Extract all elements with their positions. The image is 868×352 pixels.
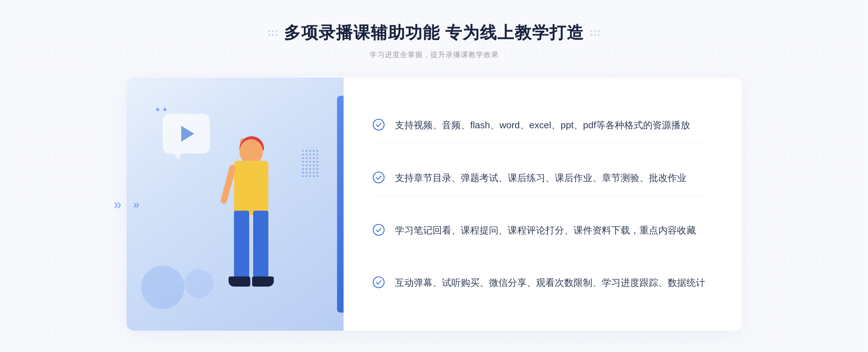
feature-text-2: 支持章节目录、弹题考试、课后练习、课后作业、章节测验、批改作业 (395, 171, 686, 186)
torso (234, 161, 268, 215)
feature-text-1: 支持视频、音频、flash、word、excel、ppt、pdf等各种格式的资源… (395, 118, 690, 133)
svg-point-2 (373, 224, 384, 235)
sparkle-decoration: ✦ ✦ (155, 106, 167, 114)
hatch-decoration (302, 150, 322, 183)
feature-item-2: 支持章节目录、弹题考试、课后练习、课后作业、章节测验、批改作业 (373, 160, 705, 196)
svg-point-1 (373, 172, 384, 183)
person-illustration (189, 121, 305, 331)
main-content-card: ✦ ✦ (127, 78, 741, 331)
check-icon-4 (373, 276, 385, 288)
feature-text-3: 学习笔记回看、课程提问、课程评论打分、课件资料下载，重点内容收藏 (395, 223, 696, 238)
blue-sidebar-accent (337, 96, 344, 313)
feature-item-4: 互动弹幕、试听购买、微信分享、观看次数限制、学习进度跟踪、数据统计 (373, 265, 705, 301)
shoe-left (229, 276, 250, 287)
page-subtitle: 学习进度全掌握，提升录播课教学效果 (268, 50, 600, 60)
feature-item-3: 学习笔记回看、课程提问、课程评论打分、课件资料下载，重点内容收藏 (373, 213, 705, 249)
left-dots-decoration (268, 30, 277, 36)
check-icon-1 (373, 119, 385, 131)
pants-left (234, 211, 249, 283)
features-panel: 支持视频、音频、flash、word、excel、ppt、pdf等各种格式的资源… (344, 78, 741, 331)
header-section: 多项录播课辅助功能 专为线上教学打造 学习进度全掌握，提升录播课教学效果 (268, 22, 600, 60)
page-title: 多项录播课辅助功能 专为线上教学打造 (284, 22, 584, 44)
pants-right (253, 211, 268, 283)
header-title-row: 多项录播课辅助功能 专为线上教学打造 (268, 22, 600, 44)
feature-item-1: 支持视频、音频、flash、word、excel、ppt、pdf等各种格式的资源… (373, 108, 705, 143)
shoe-right (252, 276, 274, 287)
check-icon-2 (373, 171, 385, 184)
check-icon-3 (373, 224, 385, 236)
body-chevron-icon: » (114, 196, 122, 213)
page-container: 多项录播课辅助功能 专为线上教学打造 学习进度全掌握，提升录播课教学效果 ✦ (0, 0, 868, 352)
feature-text-4: 互动弹幕、试听购买、微信分享、观看次数限制、学习进度跟踪、数据统计 (395, 275, 705, 291)
illustration-panel: ✦ ✦ (127, 78, 344, 331)
right-dots-decoration (591, 30, 600, 36)
svg-point-0 (373, 119, 384, 130)
circle-decoration-1 (141, 266, 184, 309)
chevron-left-icon: » (133, 198, 140, 211)
circle-decoration-2 (184, 269, 213, 298)
svg-point-3 (373, 277, 384, 288)
